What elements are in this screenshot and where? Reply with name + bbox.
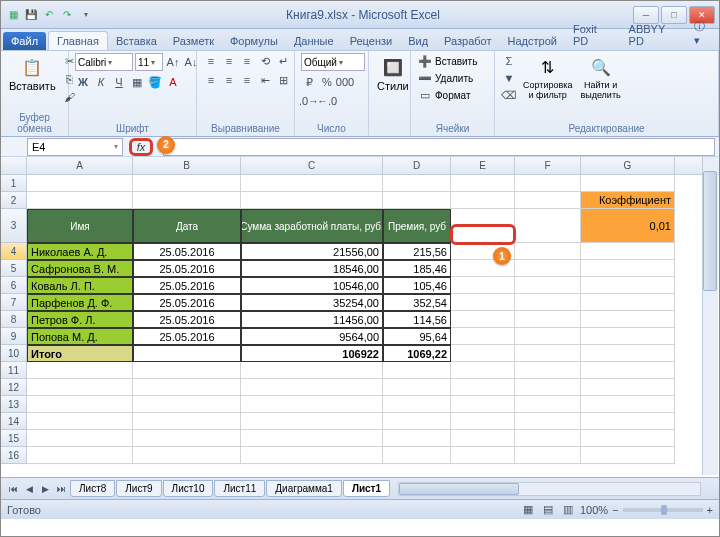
- col-header-G[interactable]: G: [581, 157, 675, 174]
- tab-formulas[interactable]: Формулы: [222, 32, 286, 50]
- cell[interactable]: [27, 447, 133, 464]
- cell[interactable]: [581, 362, 675, 379]
- currency-icon[interactable]: ₽: [301, 74, 317, 90]
- fill-color-icon[interactable]: 🪣: [147, 74, 163, 90]
- hscroll-thumb[interactable]: [399, 483, 519, 495]
- cell[interactable]: [133, 413, 241, 430]
- cell[interactable]: [581, 396, 675, 413]
- zoom-out-button[interactable]: −: [612, 504, 618, 516]
- row-header[interactable]: 6: [1, 277, 27, 294]
- sheet-tab[interactable]: Лист10: [163, 480, 214, 497]
- find-select-button[interactable]: 🔍 Найти и выделить: [578, 53, 622, 102]
- row-header[interactable]: 14: [1, 413, 27, 430]
- undo-icon[interactable]: ↶: [41, 7, 57, 23]
- grow-font-icon[interactable]: A↑: [165, 54, 181, 70]
- cell[interactable]: [515, 396, 581, 413]
- cell[interactable]: [515, 345, 581, 362]
- row-header[interactable]: 15: [1, 430, 27, 447]
- cell[interactable]: [515, 430, 581, 447]
- cell[interactable]: [241, 379, 383, 396]
- cell-bonus[interactable]: 352,54: [383, 294, 451, 311]
- cell[interactable]: [133, 175, 241, 192]
- align-center-icon[interactable]: ≡: [221, 72, 237, 88]
- cell-sum[interactable]: 10546,00: [241, 277, 383, 294]
- col-header-F[interactable]: F: [515, 157, 581, 174]
- cell[interactable]: [133, 362, 241, 379]
- sort-filter-button[interactable]: ⇅ Сортировка и фильтр: [521, 53, 574, 102]
- cell[interactable]: [515, 243, 581, 260]
- cell[interactable]: [515, 328, 581, 345]
- cell[interactable]: [383, 362, 451, 379]
- font-color-icon[interactable]: A: [165, 74, 181, 90]
- row-header[interactable]: 5: [1, 260, 27, 277]
- cell-total-sum[interactable]: 106922: [241, 345, 383, 362]
- insert-cells-label[interactable]: Вставить: [435, 56, 477, 67]
- cell[interactable]: [133, 379, 241, 396]
- cell[interactable]: [27, 379, 133, 396]
- row-header[interactable]: 11: [1, 362, 27, 379]
- vscroll-thumb[interactable]: [703, 171, 717, 291]
- fill-icon[interactable]: ▼: [501, 70, 517, 86]
- align-middle-icon[interactable]: ≡: [221, 53, 237, 69]
- row-header[interactable]: 1: [1, 175, 27, 192]
- zoom-value[interactable]: 100%: [580, 504, 608, 516]
- tab-view[interactable]: Вид: [400, 32, 436, 50]
- cell[interactable]: [241, 192, 383, 209]
- bold-icon[interactable]: Ж: [75, 74, 91, 90]
- comma-icon[interactable]: 000: [337, 74, 353, 90]
- qat-dropdown-icon[interactable]: [77, 7, 93, 23]
- cell[interactable]: [581, 379, 675, 396]
- cell[interactable]: [133, 430, 241, 447]
- row-header[interactable]: 8: [1, 311, 27, 328]
- tab-developer[interactable]: Разработ: [436, 32, 499, 50]
- delete-cells-label[interactable]: Удалить: [435, 73, 473, 84]
- worksheet-grid[interactable]: A B C D E F G 1 2Коэффициент 3ИмяДатаСум…: [1, 157, 719, 477]
- cell-name[interactable]: Петров Ф. Л.: [27, 311, 133, 328]
- insert-function-button[interactable]: fx: [129, 138, 153, 156]
- row-header[interactable]: 9: [1, 328, 27, 345]
- col-header-E[interactable]: E: [451, 157, 515, 174]
- cell[interactable]: [133, 447, 241, 464]
- number-format-select[interactable]: Общий: [301, 53, 365, 71]
- cell[interactable]: [241, 396, 383, 413]
- orientation-icon[interactable]: ⟲: [257, 53, 273, 69]
- cell[interactable]: [515, 209, 581, 243]
- cell[interactable]: [515, 260, 581, 277]
- col-header-B[interactable]: B: [133, 157, 241, 174]
- cell[interactable]: [581, 345, 675, 362]
- cell[interactable]: [383, 192, 451, 209]
- cell[interactable]: [241, 413, 383, 430]
- cell[interactable]: [451, 396, 515, 413]
- cell-bonus[interactable]: 114,56: [383, 311, 451, 328]
- format-cells-icon[interactable]: ▭: [417, 87, 433, 103]
- cell[interactable]: [27, 175, 133, 192]
- cell-total-bonus[interactable]: 1069,22: [383, 345, 451, 362]
- format-cells-label[interactable]: Формат: [435, 90, 471, 101]
- wrap-text-icon[interactable]: ↵: [275, 53, 291, 69]
- sheet-tab[interactable]: Лист9: [116, 480, 161, 497]
- paste-button[interactable]: 📋 Вставить: [7, 53, 58, 94]
- tab-layout[interactable]: Разметк: [165, 32, 222, 50]
- ribbon-help-icon[interactable]: ⓘ ▾: [688, 16, 719, 50]
- cell[interactable]: [241, 175, 383, 192]
- cell-coef-value[interactable]: 0,01: [581, 209, 675, 243]
- cell-name[interactable]: Сафронова В. М.: [27, 260, 133, 277]
- cell[interactable]: [383, 430, 451, 447]
- cell-date[interactable]: 25.05.2016: [133, 311, 241, 328]
- align-left-icon[interactable]: ≡: [203, 72, 219, 88]
- autosum-icon[interactable]: Σ: [501, 53, 517, 69]
- cell[interactable]: [383, 396, 451, 413]
- cell[interactable]: [515, 277, 581, 294]
- tab-insert[interactable]: Вставка: [108, 32, 165, 50]
- tab-home[interactable]: Главная: [48, 31, 108, 50]
- cell-bonus[interactable]: 105,46: [383, 277, 451, 294]
- cell-date[interactable]: 25.05.2016: [133, 243, 241, 260]
- cell[interactable]: [451, 328, 515, 345]
- tab-foxit[interactable]: Foxit PD: [565, 20, 621, 50]
- cell[interactable]: [581, 243, 675, 260]
- col-header-A[interactable]: A: [27, 157, 133, 174]
- align-right-icon[interactable]: ≡: [239, 72, 255, 88]
- cell[interactable]: [27, 413, 133, 430]
- cell-sum[interactable]: 11456,00: [241, 311, 383, 328]
- row-header[interactable]: 12: [1, 379, 27, 396]
